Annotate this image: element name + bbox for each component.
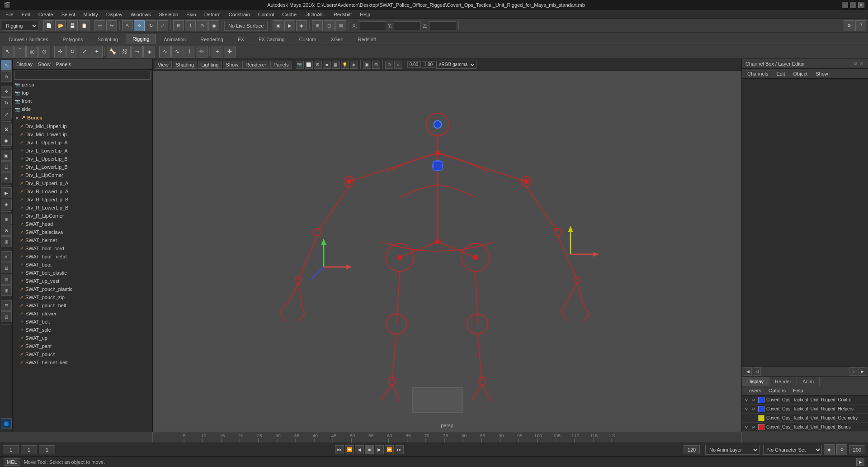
step-back-btn[interactable]: ⏪ [345,445,354,454]
tree-item-drv-mid-lowerlip[interactable]: ↗ Drv_Mid_LowerLip [13,130,152,138]
vp-four-btn[interactable]: ⊠ [335,20,346,31]
help-btn[interactable]: ? [855,20,866,31]
layer-next2-btn[interactable]: ▷ [849,367,857,376]
tab-rigging[interactable]: Rigging [126,34,156,44]
menu-display[interactable]: Display [103,11,126,18]
redo-btn[interactable]: ↪ [106,20,117,31]
play-back-btn[interactable]: ◀ [355,445,364,454]
vp-shadow-btn[interactable]: ◈ [350,61,358,69]
skip-to-end-btn[interactable]: ⏭ [395,445,404,454]
layer-p-bones[interactable]: P [751,425,756,429]
layer-prev-btn[interactable]: ◀ [744,367,752,376]
show-menu[interactable]: Show [812,70,832,77]
select-tool[interactable]: ↖ [2,46,14,57]
tree-item-drv-l-lipcorner[interactable]: ↗ Drv_L_LipCorner [13,171,152,179]
ipr-render-btn[interactable]: ◈ [296,20,307,31]
tab-polygons[interactable]: Polygons [56,34,90,44]
layer-v-bones[interactable]: V [744,425,749,429]
color-tool[interactable]: 🔵 [1,418,12,429]
help-menu-item[interactable]: Help [790,387,806,394]
outliner-display-menu[interactable]: Display [14,61,34,68]
bezier-tool[interactable]: ⌇ [184,46,195,57]
tab-sculpting[interactable]: Sculpting [91,34,125,44]
tree-item-top[interactable]: 📷 top [13,89,152,97]
vp-wireframe-btn[interactable]: ⊠ [314,61,322,69]
tree-item-swat-head[interactable]: ↗ SWAT_head [13,220,152,228]
frame-end-input[interactable] [684,445,700,454]
render-tool[interactable]: ▶ [1,187,12,198]
layer-p-control[interactable]: P [751,398,756,402]
paint-select-tool[interactable]: ◎ [26,46,38,57]
lasso-tool[interactable]: ⌒ [14,46,26,57]
vp-lights-btn[interactable]: 💡 [341,61,349,69]
select-side-tool[interactable]: ↖ [1,60,12,71]
rotate-btn[interactable]: ↻ [146,20,156,31]
layers-menu-item[interactable]: Layers [744,387,764,394]
tool9[interactable]: ⊗ [1,225,12,236]
tab-xgen[interactable]: XGen [324,34,350,44]
timeline-ruler[interactable]: 5 10 15 20 25 30 35 40 [165,432,615,443]
script-mode[interactable]: MEL [4,458,20,466]
move-side-tool[interactable]: ✛ [1,86,12,97]
settings-btn[interactable]: ⚙ [844,20,854,31]
scale-tool-t2[interactable]: ⤢ [79,46,90,57]
menu-windows[interactable]: Windows [127,11,155,18]
tab-rendering[interactable]: Rendering [193,34,230,44]
move-tool-t2[interactable]: ✛ [54,46,66,57]
menu-select[interactable]: Select [58,11,79,18]
frame-start-input[interactable] [3,445,19,454]
tool10[interactable]: ⊞ [1,236,12,247]
ipr-tool[interactable]: ◈ [1,199,12,210]
tree-item-swat-pouch[interactable]: ↗ SWAT_pouch [13,350,152,358]
layer-row-geometry[interactable]: Covert_Ops_Tactical_Unit_Rigged_Geometry [742,414,868,423]
tree-item-swat-balaclava[interactable]: ↗ SWAT_balaclava [13,228,152,236]
skip-to-start-btn[interactable]: ⏮ [335,445,344,454]
menu-skeleton[interactable]: Skeleton [155,11,182,18]
save-as-btn[interactable]: 📋 [79,20,90,31]
menu-skin[interactable]: Skin [183,11,199,18]
layer-p-helpers[interactable]: P [751,407,756,411]
snap-curve-btn[interactable]: ⌇ [185,20,196,31]
snap-grid-btn[interactable]: ⊞ [173,20,184,31]
tree-item-swat-pant[interactable]: ↗ SWAT_pant [13,342,152,350]
menu-create[interactable]: Create [35,11,57,18]
vp-dof-btn[interactable]: ○ [394,61,402,69]
vp-grid-btn[interactable]: ⊞ [372,61,380,69]
tree-item-drv-r-lipcorner[interactable]: ↗ Drv_R_LipCorner [13,212,152,220]
scale-side-tool[interactable]: ⤢ [1,109,12,119]
tool6[interactable]: ◻ [1,161,12,172]
tab-fx-caching[interactable]: FX Caching [252,34,291,44]
tree-item-drv-l-upperlip-b[interactable]: ↗ Drv_L_UpperLip_B [13,155,152,163]
rotate-tool-t2[interactable]: ↻ [66,46,78,57]
layer-tab-display[interactable]: Display [742,377,769,386]
outliner-search-input[interactable] [14,71,151,80]
frame-current-input[interactable] [21,445,37,454]
z-input[interactable] [429,21,456,30]
tab-redshift[interactable]: Redshift [351,34,383,44]
menu-edit[interactable]: Edit [18,11,34,18]
stop-btn[interactable]: ■ [365,445,374,454]
tree-item-swat-pouch-belt[interactable]: ↗ SWAT_pouch_belt [13,301,152,310]
tree-item-swat-up[interactable]: ↗ SWAT_up [13,334,152,342]
char-set-selector[interactable]: No Character Set [763,445,822,455]
undo-btn[interactable]: ↩ [94,20,105,31]
vp-show-menu[interactable]: Show [223,61,242,69]
new-scene-btn[interactable]: 📄 [43,20,54,31]
tree-item-drv-l-lowerlip-b[interactable]: ↗ Drv_L_LowerLip_B [13,163,152,171]
tree-item-drv-r-upperlip-b[interactable]: ↗ Drv_R_UpperLip_B [13,195,152,204]
tree-item-swat-boot-cord[interactable]: ↗ SWAT_boot_cord [13,244,152,253]
tree-item-drv-l-upperlip-a[interactable]: ↗ Drv_L_UpperLip_A [13,138,152,147]
save-scene-btn[interactable]: 💾 [67,20,78,31]
bones-group[interactable]: ▶ ↗ Bones [13,113,152,122]
tool14[interactable]: ⊞ [1,285,12,296]
menu-help[interactable]: Help [356,11,374,18]
char-set-key-btn[interactable]: ◆ [824,444,835,455]
options-menu-item[interactable]: Options [766,387,788,394]
ik-tool[interactable]: ⛓ [119,46,131,57]
tab-fx[interactable]: FX [231,34,251,44]
frame-end2-input[interactable] [849,445,865,454]
render-region-btn[interactable]: ▣ [273,20,283,31]
layer-v-helpers[interactable]: V [744,407,749,411]
gamma-select[interactable]: sRGB gamma [436,61,476,69]
move-btn[interactable]: ✛ [134,20,145,31]
